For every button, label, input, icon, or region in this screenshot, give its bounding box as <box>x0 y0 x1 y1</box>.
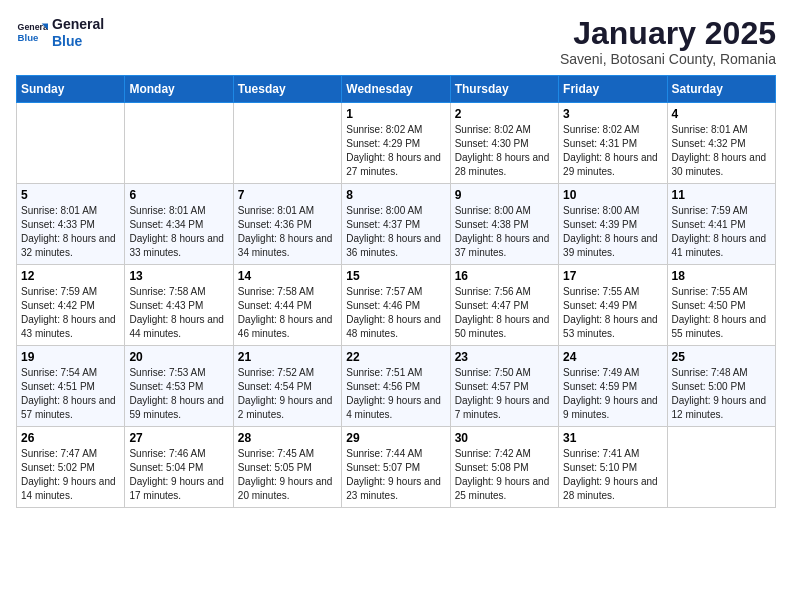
day-number: 19 <box>21 350 120 364</box>
calendar-cell <box>233 103 341 184</box>
calendar-cell: 24Sunrise: 7:49 AM Sunset: 4:59 PM Dayli… <box>559 346 667 427</box>
weekday-header-row: SundayMondayTuesdayWednesdayThursdayFrid… <box>17 76 776 103</box>
day-info: Sunrise: 8:00 AM Sunset: 4:39 PM Dayligh… <box>563 204 662 260</box>
calendar-cell: 9Sunrise: 8:00 AM Sunset: 4:38 PM Daylig… <box>450 184 558 265</box>
day-number: 29 <box>346 431 445 445</box>
calendar-cell: 21Sunrise: 7:52 AM Sunset: 4:54 PM Dayli… <box>233 346 341 427</box>
day-number: 17 <box>563 269 662 283</box>
calendar-cell: 26Sunrise: 7:47 AM Sunset: 5:02 PM Dayli… <box>17 427 125 508</box>
calendar-cell: 12Sunrise: 7:59 AM Sunset: 4:42 PM Dayli… <box>17 265 125 346</box>
day-number: 2 <box>455 107 554 121</box>
weekday-header-sunday: Sunday <box>17 76 125 103</box>
title-block: January 2025 Saveni, Botosani County, Ro… <box>560 16 776 67</box>
day-info: Sunrise: 7:59 AM Sunset: 4:41 PM Dayligh… <box>672 204 771 260</box>
day-number: 22 <box>346 350 445 364</box>
calendar-cell: 10Sunrise: 8:00 AM Sunset: 4:39 PM Dayli… <box>559 184 667 265</box>
calendar-cell: 7Sunrise: 8:01 AM Sunset: 4:36 PM Daylig… <box>233 184 341 265</box>
day-info: Sunrise: 7:44 AM Sunset: 5:07 PM Dayligh… <box>346 447 445 503</box>
calendar-title: January 2025 <box>560 16 776 51</box>
calendar-cell: 18Sunrise: 7:55 AM Sunset: 4:50 PM Dayli… <box>667 265 775 346</box>
day-info: Sunrise: 7:59 AM Sunset: 4:42 PM Dayligh… <box>21 285 120 341</box>
calendar-cell: 20Sunrise: 7:53 AM Sunset: 4:53 PM Dayli… <box>125 346 233 427</box>
calendar-cell: 17Sunrise: 7:55 AM Sunset: 4:49 PM Dayli… <box>559 265 667 346</box>
day-number: 30 <box>455 431 554 445</box>
day-number: 28 <box>238 431 337 445</box>
calendar-cell: 31Sunrise: 7:41 AM Sunset: 5:10 PM Dayli… <box>559 427 667 508</box>
svg-text:Blue: Blue <box>18 32 39 43</box>
calendar-cell: 27Sunrise: 7:46 AM Sunset: 5:04 PM Dayli… <box>125 427 233 508</box>
calendar-cell: 19Sunrise: 7:54 AM Sunset: 4:51 PM Dayli… <box>17 346 125 427</box>
logo-blue-text: Blue <box>52 33 104 50</box>
day-number: 23 <box>455 350 554 364</box>
day-number: 3 <box>563 107 662 121</box>
day-number: 6 <box>129 188 228 202</box>
calendar-subtitle: Saveni, Botosani County, Romania <box>560 51 776 67</box>
day-info: Sunrise: 7:45 AM Sunset: 5:05 PM Dayligh… <box>238 447 337 503</box>
day-info: Sunrise: 7:52 AM Sunset: 4:54 PM Dayligh… <box>238 366 337 422</box>
day-info: Sunrise: 8:02 AM Sunset: 4:29 PM Dayligh… <box>346 123 445 179</box>
day-number: 12 <box>21 269 120 283</box>
calendar-cell: 3Sunrise: 8:02 AM Sunset: 4:31 PM Daylig… <box>559 103 667 184</box>
svg-text:General: General <box>18 22 48 32</box>
day-number: 24 <box>563 350 662 364</box>
day-info: Sunrise: 7:51 AM Sunset: 4:56 PM Dayligh… <box>346 366 445 422</box>
day-number: 4 <box>672 107 771 121</box>
calendar-cell: 30Sunrise: 7:42 AM Sunset: 5:08 PM Dayli… <box>450 427 558 508</box>
day-info: Sunrise: 7:57 AM Sunset: 4:46 PM Dayligh… <box>346 285 445 341</box>
day-info: Sunrise: 7:54 AM Sunset: 4:51 PM Dayligh… <box>21 366 120 422</box>
day-number: 13 <box>129 269 228 283</box>
day-info: Sunrise: 8:01 AM Sunset: 4:36 PM Dayligh… <box>238 204 337 260</box>
day-number: 25 <box>672 350 771 364</box>
day-number: 10 <box>563 188 662 202</box>
calendar-cell: 23Sunrise: 7:50 AM Sunset: 4:57 PM Dayli… <box>450 346 558 427</box>
weekday-header-monday: Monday <box>125 76 233 103</box>
day-number: 26 <box>21 431 120 445</box>
day-info: Sunrise: 7:48 AM Sunset: 5:00 PM Dayligh… <box>672 366 771 422</box>
calendar-cell: 1Sunrise: 8:02 AM Sunset: 4:29 PM Daylig… <box>342 103 450 184</box>
calendar-cell: 6Sunrise: 8:01 AM Sunset: 4:34 PM Daylig… <box>125 184 233 265</box>
day-info: Sunrise: 7:53 AM Sunset: 4:53 PM Dayligh… <box>129 366 228 422</box>
day-info: Sunrise: 8:00 AM Sunset: 4:38 PM Dayligh… <box>455 204 554 260</box>
day-info: Sunrise: 8:01 AM Sunset: 4:34 PM Dayligh… <box>129 204 228 260</box>
calendar-cell: 22Sunrise: 7:51 AM Sunset: 4:56 PM Dayli… <box>342 346 450 427</box>
calendar-cell <box>667 427 775 508</box>
calendar-table: SundayMondayTuesdayWednesdayThursdayFrid… <box>16 75 776 508</box>
day-number: 1 <box>346 107 445 121</box>
day-number: 31 <box>563 431 662 445</box>
day-info: Sunrise: 8:02 AM Sunset: 4:31 PM Dayligh… <box>563 123 662 179</box>
day-number: 16 <box>455 269 554 283</box>
day-number: 18 <box>672 269 771 283</box>
page-header: General Blue General Blue January 2025 S… <box>16 16 776 67</box>
calendar-cell: 5Sunrise: 8:01 AM Sunset: 4:33 PM Daylig… <box>17 184 125 265</box>
calendar-cell: 11Sunrise: 7:59 AM Sunset: 4:41 PM Dayli… <box>667 184 775 265</box>
weekday-header-wednesday: Wednesday <box>342 76 450 103</box>
weekday-header-thursday: Thursday <box>450 76 558 103</box>
day-info: Sunrise: 7:58 AM Sunset: 4:43 PM Dayligh… <box>129 285 228 341</box>
day-info: Sunrise: 7:49 AM Sunset: 4:59 PM Dayligh… <box>563 366 662 422</box>
day-info: Sunrise: 7:56 AM Sunset: 4:47 PM Dayligh… <box>455 285 554 341</box>
day-info: Sunrise: 7:58 AM Sunset: 4:44 PM Dayligh… <box>238 285 337 341</box>
calendar-week-row: 12Sunrise: 7:59 AM Sunset: 4:42 PM Dayli… <box>17 265 776 346</box>
calendar-cell: 25Sunrise: 7:48 AM Sunset: 5:00 PM Dayli… <box>667 346 775 427</box>
calendar-week-row: 26Sunrise: 7:47 AM Sunset: 5:02 PM Dayli… <box>17 427 776 508</box>
day-number: 9 <box>455 188 554 202</box>
day-number: 14 <box>238 269 337 283</box>
weekday-header-saturday: Saturday <box>667 76 775 103</box>
day-info: Sunrise: 7:41 AM Sunset: 5:10 PM Dayligh… <box>563 447 662 503</box>
calendar-cell: 28Sunrise: 7:45 AM Sunset: 5:05 PM Dayli… <box>233 427 341 508</box>
day-info: Sunrise: 8:01 AM Sunset: 4:33 PM Dayligh… <box>21 204 120 260</box>
calendar-week-row: 5Sunrise: 8:01 AM Sunset: 4:33 PM Daylig… <box>17 184 776 265</box>
calendar-cell <box>17 103 125 184</box>
day-number: 11 <box>672 188 771 202</box>
calendar-cell <box>125 103 233 184</box>
calendar-cell: 14Sunrise: 7:58 AM Sunset: 4:44 PM Dayli… <box>233 265 341 346</box>
day-info: Sunrise: 7:46 AM Sunset: 5:04 PM Dayligh… <box>129 447 228 503</box>
calendar-week-row: 1Sunrise: 8:02 AM Sunset: 4:29 PM Daylig… <box>17 103 776 184</box>
day-info: Sunrise: 8:02 AM Sunset: 4:30 PM Dayligh… <box>455 123 554 179</box>
day-info: Sunrise: 7:55 AM Sunset: 4:49 PM Dayligh… <box>563 285 662 341</box>
day-info: Sunrise: 7:47 AM Sunset: 5:02 PM Dayligh… <box>21 447 120 503</box>
day-number: 8 <box>346 188 445 202</box>
day-info: Sunrise: 7:50 AM Sunset: 4:57 PM Dayligh… <box>455 366 554 422</box>
calendar-cell: 13Sunrise: 7:58 AM Sunset: 4:43 PM Dayli… <box>125 265 233 346</box>
calendar-cell: 2Sunrise: 8:02 AM Sunset: 4:30 PM Daylig… <box>450 103 558 184</box>
